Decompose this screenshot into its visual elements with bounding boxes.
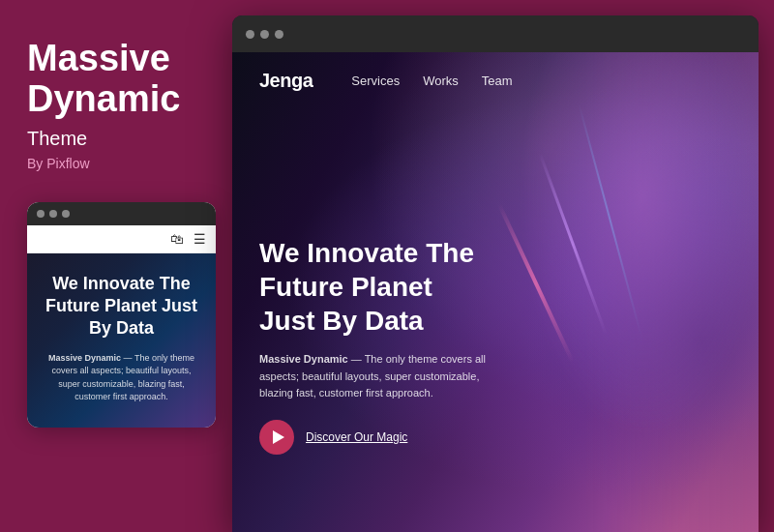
browser-window: Jenga Services Works Team We Innovate Th… [232,15,759,532]
hero-description: Massive Dynamic — The only theme covers … [259,351,495,402]
mobile-hero-title: We Innovate The Future Planet Just By Da… [41,273,202,340]
browser-dot-1 [246,30,254,39]
browser-dot-2 [260,30,269,39]
bag-icon: 🛍 [170,231,184,247]
hero-cta: Discover Our Magic [259,420,495,455]
mobile-hero-desc: Massive Dynamic — The only theme covers … [41,352,202,404]
mobile-dot-3 [62,210,70,218]
theme-title: Massive Dynamic [27,39,205,120]
mobile-hero-brand: Massive Dynamic [48,353,121,363]
hero-content: We Innovate The Future Planet Just By Da… [259,236,495,455]
site-nav-links: Services Works Team [351,74,512,88]
menu-icon: ☰ [194,231,206,247]
mobile-preview-card: 🛍 ☰ We Innovate The Future Planet Just B… [27,202,216,428]
mobile-dot-2 [49,210,57,218]
nav-team[interactable]: Team [482,74,513,88]
hero-brand: Massive Dynamic [259,353,348,365]
mobile-preview-nav: 🛍 ☰ [27,225,216,253]
mobile-dot-1 [37,210,45,218]
nav-services[interactable]: Services [351,74,400,88]
site-logo: Jenga [259,70,313,92]
site-content: Jenga Services Works Team We Innovate Th… [232,52,759,532]
browser-bar [232,15,759,52]
cta-text[interactable]: Discover Our Magic [306,430,407,444]
hero-title: We Innovate The Future Planet Just By Da… [259,236,495,338]
left-panel: Massive Dynamic Theme By Pixflow 🛍 ☰ We … [0,0,232,532]
play-icon [273,430,284,444]
nav-works[interactable]: Works [423,74,459,88]
person-overlay [469,52,759,532]
play-button[interactable] [259,420,294,455]
theme-by: By Pixflow [27,156,205,171]
mobile-preview-bar [27,202,216,225]
browser-dot-3 [275,30,283,39]
site-nav: Jenga Services Works Team [232,52,759,109]
mobile-preview-hero: We Innovate The Future Planet Just By Da… [27,253,216,428]
theme-subtitle: Theme [27,128,205,150]
